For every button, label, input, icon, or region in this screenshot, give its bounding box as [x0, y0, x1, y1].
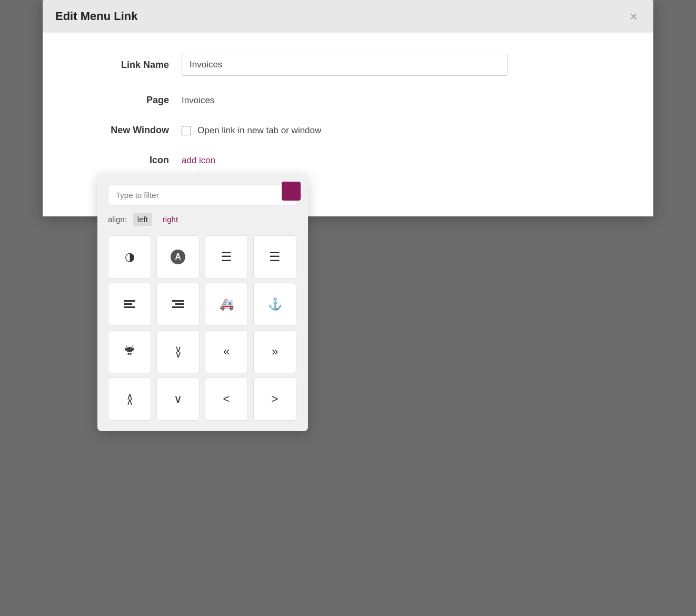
icon-cell-angle-double-left[interactable]: «	[205, 330, 248, 373]
page-row: Page Invoices	[74, 95, 622, 106]
align-right-icon	[172, 300, 184, 308]
align-row: align: left right	[108, 213, 297, 226]
icon-cell-anchor[interactable]: ⚓	[253, 283, 296, 326]
android-icon	[123, 344, 136, 360]
dialog-body: Link Name Page Invoices New Window Open …	[43, 33, 653, 216]
icon-cell-ambulance[interactable]: 🚑	[205, 283, 248, 326]
svg-rect-2	[126, 347, 133, 352]
angle-down-icon: ∨	[174, 392, 182, 406]
link-name-row: Link Name	[74, 54, 622, 76]
link-name-input[interactable]	[182, 54, 508, 76]
adjust-icon: ◑	[125, 250, 135, 264]
page-label: Page	[74, 95, 169, 106]
align-left-icon	[124, 300, 135, 308]
icon-cell-angle-left[interactable]: <	[205, 377, 248, 421]
icon-cell-align-left[interactable]	[108, 283, 151, 326]
angle-double-right-icon: »	[272, 345, 278, 359]
icon-picker-container: add icon align: left right	[182, 155, 215, 166]
svg-rect-4	[133, 347, 135, 350]
new-window-checkbox[interactable]	[182, 126, 191, 135]
icon-row: Icon add icon align: left right	[74, 155, 622, 166]
link-name-label: Link Name	[74, 59, 169, 71]
icon-cell-angle-double-right[interactable]: »	[253, 330, 296, 373]
icon-cell-angle-down[interactable]: ∨	[156, 377, 200, 421]
icon-label: Icon	[74, 155, 169, 166]
angle-double-up-icon: ∧ ∧	[126, 392, 133, 406]
align-justify-icon: ☰	[269, 250, 281, 264]
dialog-title: Edit Menu Link	[55, 9, 137, 23]
selected-icon-indicator	[282, 182, 301, 201]
angle-double-down-icon: ∨ ∨	[175, 344, 182, 359]
icon-picker-dropdown: align: left right ◑ A	[97, 174, 308, 431]
icon-cell-align-justify[interactable]: ☰	[253, 235, 296, 279]
icon-cell-angle-double-down[interactable]: ∨ ∨	[156, 330, 200, 373]
new-window-row: New Window Open link in new tab or windo…	[74, 125, 622, 136]
align-center-icon: ☰	[221, 250, 232, 264]
icon-filter-input[interactable]	[108, 185, 297, 205]
angle-double-left-icon: «	[223, 345, 230, 359]
anchor-icon: ⚓	[268, 297, 282, 311]
align-left-button[interactable]: left	[133, 213, 152, 226]
align-label: align:	[108, 215, 127, 224]
svg-rect-3	[125, 347, 126, 350]
dialog-header: Edit Menu Link ×	[43, 0, 653, 33]
new-window-checkbox-row: Open link in new tab or window	[182, 125, 321, 136]
icon-cell-adjust[interactable]: ◑	[108, 235, 151, 279]
icon-cell-align-right[interactable]	[156, 283, 200, 326]
modal-wrapper: Edit Menu Link × Link Name Page Invoices…	[43, 0, 653, 216]
icon-cell-angle-right[interactable]: >	[253, 377, 296, 421]
angle-left-icon: <	[223, 392, 230, 406]
edit-menu-link-dialog: Edit Menu Link × Link Name Page Invoices…	[43, 0, 653, 216]
svg-rect-5	[128, 353, 130, 355]
page-value: Invoices	[182, 95, 214, 106]
new-window-label: New Window	[74, 125, 169, 136]
icon-cell-at[interactable]: A	[156, 235, 200, 279]
add-icon-button[interactable]: add icon	[182, 155, 215, 165]
ambulance-icon: 🚑	[220, 297, 234, 311]
icon-grid: ◑ A ☰ ☰	[108, 235, 297, 421]
icon-cell-align-center[interactable]: ☰	[205, 235, 248, 279]
icon-cell-angle-double-up[interactable]: ∧ ∧	[108, 377, 151, 421]
align-right-button[interactable]: right	[158, 213, 182, 226]
svg-rect-6	[130, 353, 132, 355]
close-button[interactable]: ×	[627, 8, 641, 24]
new-window-checkbox-label: Open link in new tab or window	[197, 125, 321, 136]
at-icon: A	[171, 250, 185, 264]
angle-right-icon: >	[272, 392, 279, 406]
icon-cell-android[interactable]	[108, 330, 151, 373]
